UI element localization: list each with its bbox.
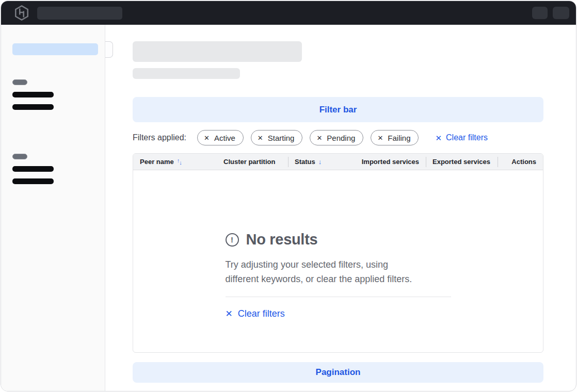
empty-state-description: Try adjusting your selected filters, usi… [226, 257, 451, 286]
app-window: Filter bar Filters applied: ✕Active✕Star… [1, 1, 576, 391]
clear-filters-link[interactable]: ✕ Clear filters [435, 133, 487, 142]
remove-filter-icon[interactable]: ✕ [316, 135, 322, 141]
sort-descending-icon: ↓ [318, 158, 322, 165]
column-header-actions: Actions [498, 154, 543, 170]
pagination-annotation: Pagination [133, 362, 543, 383]
column-header-label: Peer name [140, 158, 174, 166]
top-nav-bar [1, 1, 576, 25]
close-icon: ✕ [435, 134, 442, 142]
sort-icon: ↑↓ [177, 159, 182, 165]
sidebar-collapse-toggle[interactable] [105, 41, 113, 58]
column-header-label: Cluster partition [223, 158, 275, 166]
user-menu-button[interactable] [553, 7, 569, 19]
peers-table: Peer name↑↓Cluster partitionStatus↓Impor… [133, 153, 543, 353]
sidebar-item-selected[interactable] [12, 43, 98, 55]
remove-filter-icon[interactable]: ✕ [258, 135, 263, 141]
close-icon: ✕ [226, 309, 233, 318]
filter-pill-label: Pending [327, 134, 355, 142]
table-body: ! No results Try adjusting your selected… [133, 170, 543, 353]
page-subtitle-skeleton [133, 68, 240, 79]
table-header-row: Peer name↑↓Cluster partitionStatus↓Impor… [133, 154, 543, 170]
sidebar-section-label [12, 79, 27, 85]
filter-bar-annotation: Filter bar [133, 97, 543, 122]
filter-pill-active[interactable]: ✕Active [197, 130, 244, 145]
help-button[interactable] [532, 7, 548, 19]
filter-pill-failing[interactable]: ✕Failing [371, 130, 419, 145]
filters-applied-row: Filters applied: ✕Active✕Starting✕Pendin… [133, 130, 543, 145]
empty-state-clear-filters-link[interactable]: ✕ Clear filters [226, 308, 285, 319]
sidebar-nav-item[interactable] [12, 178, 54, 184]
sidebar-nav-item[interactable] [12, 92, 54, 97]
empty-state-title: No results [246, 231, 318, 248]
column-header-label: Imported services [362, 158, 419, 166]
filters-applied-label: Filters applied: [133, 133, 186, 142]
page-title-skeleton [133, 41, 302, 62]
column-header-cluster-partition: Cluster partition [217, 154, 288, 170]
clear-filters-label: Clear filters [238, 308, 285, 319]
filter-pill-label: Starting [268, 134, 295, 142]
column-header-peer-name[interactable]: Peer name↑↓ [133, 154, 217, 170]
sidebar-section-label [12, 154, 27, 159]
column-header-label: Status [295, 158, 315, 166]
sidebar [1, 25, 105, 391]
remove-filter-icon[interactable]: ✕ [377, 135, 383, 141]
filter-pill-label: Failing [388, 134, 410, 142]
search-input[interactable] [37, 7, 122, 20]
main-content: Filter bar Filters applied: ✕Active✕Star… [105, 25, 576, 391]
filter-pills: ✕Active✕Starting✕Pending✕Failing [197, 130, 419, 145]
column-header-label: Actions [511, 158, 536, 166]
remove-filter-icon[interactable]: ✕ [204, 135, 210, 141]
alert-circle-icon: ! [226, 233, 239, 247]
column-header-exported-services: Exported services [426, 154, 498, 170]
sidebar-nav-item[interactable] [12, 166, 54, 172]
empty-state: ! No results Try adjusting your selected… [226, 231, 451, 319]
sidebar-nav-item[interactable] [12, 104, 54, 110]
column-header-status[interactable]: Status↓ [288, 154, 357, 170]
filter-pill-label: Active [214, 134, 235, 142]
column-header-imported-services: Imported services [357, 154, 426, 170]
clear-filters-label: Clear filters [446, 133, 488, 142]
filter-pill-pending[interactable]: ✕Pending [310, 130, 363, 145]
column-header-label: Exported services [432, 158, 490, 166]
filter-pill-starting[interactable]: ✕Starting [251, 130, 303, 145]
hashicorp-logo-icon [13, 5, 30, 21]
empty-state-divider [226, 297, 451, 297]
